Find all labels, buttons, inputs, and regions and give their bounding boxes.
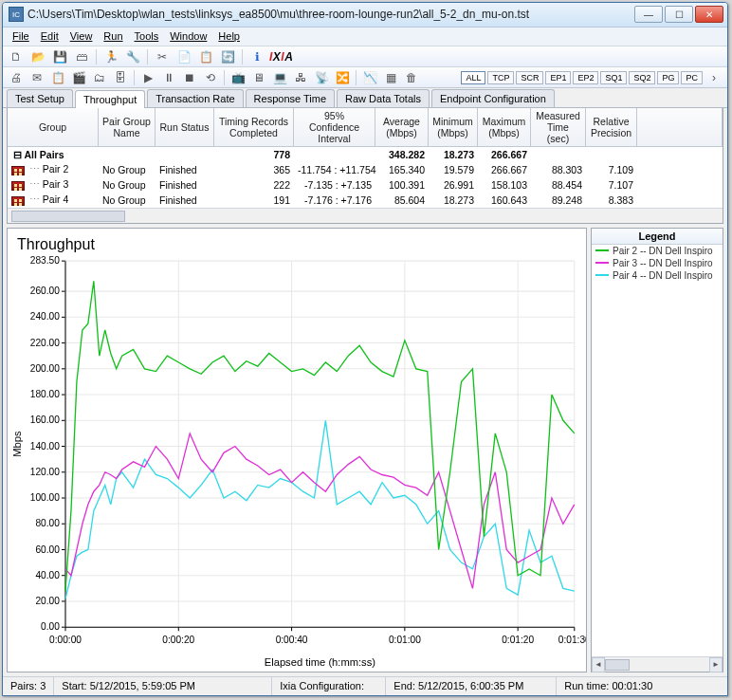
filter-ep1[interactable]: EP1 bbox=[545, 71, 571, 84]
toolbar-secondary: 🖨 ✉ 📋 🎬 🗂 🗄 ▶ ⏸ ⏹ ⟲ 📺 🖥 💻 🖧 📡 🔀 📉 ▦ 🗑 AL… bbox=[3, 67, 727, 88]
table-row[interactable]: ⋯ Pair 2No GroupFinished365-11.754 : +11… bbox=[8, 162, 723, 177]
open-icon[interactable]: 📂 bbox=[28, 47, 47, 66]
paste-icon[interactable]: 📋 bbox=[196, 47, 215, 66]
table-cell: 100.391 bbox=[375, 179, 429, 191]
filter-scr[interactable]: SCR bbox=[516, 71, 543, 84]
column-header[interactable]: Maximum (Mbps) bbox=[478, 108, 531, 147]
tb2-icon[interactable]: 📉 bbox=[360, 68, 379, 87]
tb2-icon[interactable]: ⟲ bbox=[201, 68, 220, 87]
tabs: Test Setup Throughput Transaction Rate R… bbox=[3, 88, 727, 107]
info-icon[interactable]: ℹ bbox=[247, 47, 266, 66]
menu-help[interactable]: Help bbox=[212, 28, 246, 44]
tb2-icon[interactable]: 🖥 bbox=[249, 68, 268, 87]
save-all-icon[interactable]: 🗃 bbox=[72, 47, 91, 66]
tb2-icon[interactable]: ✉ bbox=[27, 68, 46, 87]
tb2-icon[interactable]: 💻 bbox=[270, 68, 289, 87]
table-cell: 191 bbox=[214, 194, 294, 206]
stop-icon[interactable]: 🔧 bbox=[123, 47, 142, 66]
menu-tools[interactable]: Tools bbox=[129, 28, 165, 44]
separator bbox=[96, 49, 97, 64]
svg-text:60.00: 60.00 bbox=[35, 543, 60, 554]
column-header[interactable]: Pair Group Name bbox=[99, 108, 156, 147]
cut-icon[interactable]: ✂ bbox=[153, 47, 172, 66]
table-row[interactable]: ⋯ Pair 3No GroupFinished222-7.135 : +7.1… bbox=[8, 177, 723, 193]
tb2-icon[interactable]: ⏹ bbox=[180, 68, 199, 87]
column-header[interactable]: Minimum (Mbps) bbox=[429, 108, 478, 147]
legend-item[interactable]: Pair 4 -- DN Dell Inspiro bbox=[592, 269, 723, 282]
tb2-icon[interactable]: 🗂 bbox=[90, 68, 109, 87]
separator bbox=[147, 49, 148, 64]
menu-edit[interactable]: Edit bbox=[35, 28, 64, 44]
table-cell: Finished bbox=[156, 179, 214, 191]
scroll-right-icon[interactable]: ► bbox=[709, 657, 723, 672]
column-header[interactable]: Average (Mbps) bbox=[375, 108, 429, 147]
column-header[interactable]: Run Status bbox=[156, 108, 214, 147]
filter-ep2[interactable]: EP2 bbox=[573, 71, 598, 84]
tb2-icon[interactable]: 🗑 bbox=[402, 68, 421, 87]
tb2-icon[interactable]: 🗄 bbox=[111, 68, 130, 87]
filter-pc[interactable]: PC bbox=[681, 71, 703, 84]
filter-all[interactable]: ALL bbox=[461, 71, 485, 84]
filter-more-icon[interactable]: › bbox=[705, 68, 723, 87]
legend-scrollbar[interactable]: ◄ ► bbox=[592, 656, 723, 672]
new-icon[interactable]: 🗋 bbox=[7, 47, 26, 66]
data-grid: GroupPair Group NameRun StatusTiming Rec… bbox=[7, 108, 723, 224]
minimize-button[interactable]: — bbox=[634, 6, 663, 23]
filter-sq2[interactable]: SQ2 bbox=[629, 71, 655, 84]
tb2-icon[interactable]: 📺 bbox=[229, 68, 247, 87]
tb2-icon[interactable]: 📋 bbox=[48, 68, 67, 87]
run-icon[interactable]: 🏃 bbox=[101, 47, 120, 66]
grid-horizontal-scrollbar[interactable] bbox=[8, 208, 723, 223]
menu-view[interactable]: View bbox=[64, 28, 99, 44]
svg-text:0.00: 0.00 bbox=[41, 621, 60, 632]
table-row[interactable]: ⊟ All Pairs778348.28218.273266.667 bbox=[8, 147, 723, 162]
menu-file[interactable]: File bbox=[7, 28, 35, 44]
column-header[interactable]: Relative Precision bbox=[586, 108, 637, 147]
column-header[interactable]: 95% Confidence Interval bbox=[294, 108, 375, 147]
status-pairs: Pairs: 3 bbox=[3, 677, 54, 695]
filter-pg[interactable]: PG bbox=[657, 71, 679, 84]
legend-item[interactable]: Pair 2 -- DN Dell Inspiro bbox=[592, 245, 723, 257]
status-end-value: 5/12/2015, 6:00:35 PM bbox=[418, 680, 523, 691]
filter-tcp[interactable]: TCP bbox=[487, 71, 514, 84]
tb2-icon[interactable]: 🎬 bbox=[69, 68, 88, 87]
column-header[interactable]: Measured Time (sec) bbox=[531, 108, 586, 147]
menu-run[interactable]: Run bbox=[98, 28, 128, 44]
tb2-icon[interactable]: 🔀 bbox=[333, 68, 352, 87]
svg-text:220.00: 220.00 bbox=[30, 337, 60, 347]
tb2-icon[interactable]: ▦ bbox=[381, 68, 400, 87]
menu-window[interactable]: Window bbox=[164, 28, 212, 44]
tb2-icon[interactable]: 📡 bbox=[312, 68, 331, 87]
tb2-icon[interactable]: 🖧 bbox=[291, 68, 310, 87]
table-cell: ⋯ Pair 3 bbox=[8, 178, 99, 190]
filter-sq1[interactable]: SQ1 bbox=[600, 71, 627, 84]
tab-transaction-rate[interactable]: Transaction Rate bbox=[147, 89, 243, 107]
scrollbar-thumb[interactable] bbox=[605, 659, 630, 671]
maximize-button[interactable]: ☐ bbox=[665, 6, 693, 23]
table-cell: 89.248 bbox=[531, 194, 586, 206]
tab-response-time[interactable]: Response Time bbox=[246, 89, 335, 107]
status-runtime-label: Run time: bbox=[564, 680, 609, 691]
legend-item[interactable]: Pair 3 -- DN Dell Inspiro bbox=[592, 257, 723, 269]
tb2-icon[interactable]: 🖨 bbox=[7, 68, 26, 87]
refresh-icon[interactable]: 🔄 bbox=[218, 47, 237, 66]
tb2-icon[interactable]: ▶ bbox=[138, 68, 157, 87]
copy-icon[interactable]: 📄 bbox=[174, 47, 193, 66]
table-cell: 88.303 bbox=[531, 164, 586, 175]
tab-raw-data-totals[interactable]: Raw Data Totals bbox=[337, 89, 430, 107]
table-cell: 19.579 bbox=[429, 164, 478, 175]
tab-throughput[interactable]: Throughput bbox=[75, 90, 145, 108]
table-row[interactable]: ⋯ Pair 4No GroupFinished191-7.176 : +7.1… bbox=[8, 193, 723, 208]
tb2-icon[interactable]: ⏸ bbox=[159, 68, 178, 87]
scroll-left-icon[interactable]: ◄ bbox=[592, 657, 605, 672]
svg-text:0:00:20: 0:00:20 bbox=[162, 634, 194, 644]
chart-body: 0.0020.0040.0060.0080.00100.00120.00140.… bbox=[8, 255, 586, 672]
table-cell: 85.604 bbox=[375, 194, 429, 206]
column-header[interactable]: Timing Records Completed bbox=[214, 108, 294, 147]
tab-endpoint-configuration[interactable]: Endpoint Configuration bbox=[431, 89, 555, 107]
save-icon[interactable]: 💾 bbox=[50, 47, 69, 66]
column-header[interactable]: Group bbox=[8, 108, 99, 147]
tab-test-setup[interactable]: Test Setup bbox=[7, 89, 73, 107]
scrollbar-thumb[interactable] bbox=[11, 211, 125, 222]
close-button[interactable]: ✕ bbox=[695, 6, 723, 23]
